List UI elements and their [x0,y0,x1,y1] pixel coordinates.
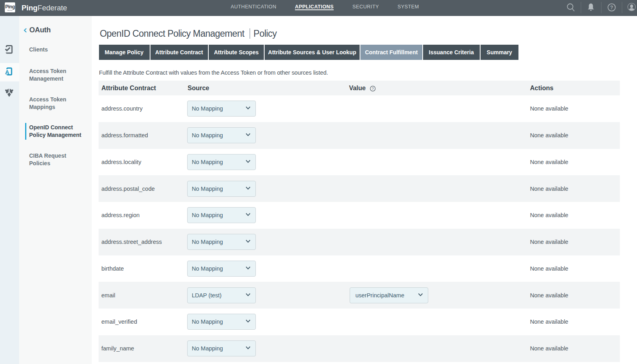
svg-text:?: ? [610,5,613,10]
svg-text:?: ? [372,87,374,91]
svg-text:A: A [5,69,10,75]
